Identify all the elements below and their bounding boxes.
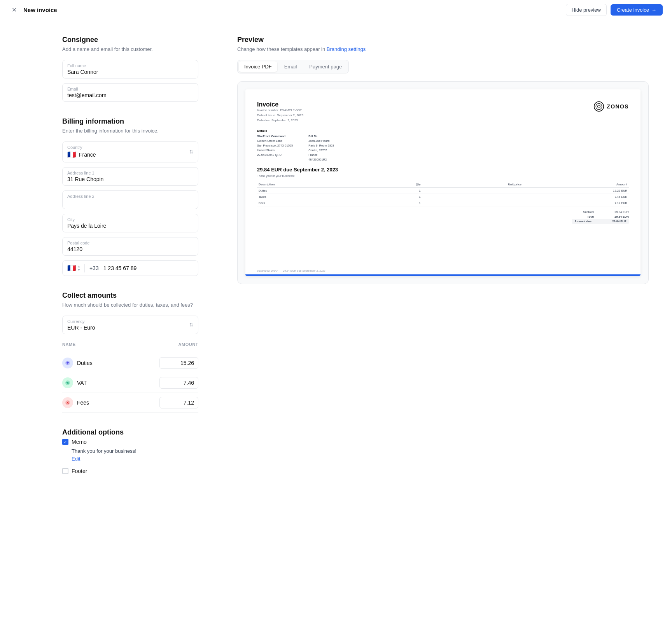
address2-input[interactable] [67, 199, 193, 206]
amount-due-row: Amount due 29.84 EUR [572, 219, 629, 224]
invoice-meta: Invoice number EXAMPLE-0001 Date of issu… [257, 108, 303, 123]
duties-desc: Duties [257, 188, 374, 194]
country-input[interactable] [79, 152, 193, 158]
svg-point-5 [596, 103, 602, 110]
invoice-title: Invoice [257, 101, 303, 108]
bill-from-phone: 22-54343643 QRU [257, 153, 293, 157]
invoice-subtotals: Subtotal 29.84 EUR Total 29.84 EUR Amoun… [257, 209, 629, 224]
amounts-table: NAME AMOUNT Duties [62, 339, 198, 413]
phone-flag-section[interactable]: 🇫🇷 ▲ ▼ [67, 264, 85, 272]
total-value: 29.84 EUR [606, 215, 629, 218]
memo-text: Thank you for your business! [72, 448, 198, 454]
preview-header: Preview Change how these templates appea… [237, 36, 649, 52]
bill-from-country: United States [257, 148, 293, 153]
vat-name: % VAT [62, 377, 87, 388]
consignee-desc: Add a name and email for this customer. [62, 46, 198, 52]
duties-name: Duties [62, 358, 93, 368]
billing-section: Billing information Enter the billing in… [62, 117, 198, 276]
postal-input[interactable] [67, 246, 193, 252]
country-select-row: 🇫🇷 [67, 150, 193, 159]
fees-row: Fees [62, 393, 198, 413]
invoice-due-label: Date due [257, 119, 270, 122]
phone-input[interactable] [103, 265, 193, 271]
fees-label: Fees [77, 400, 89, 406]
invoice-doc-footer: 55A6059D-DRAFT – 29.84 EUR due September… [257, 269, 326, 272]
country-wrapper[interactable]: Country 🇫🇷 ⇅ [62, 141, 198, 162]
main-content: Consignee Add a name and email for this … [0, 20, 672, 521]
invoice-preview-container: Invoice Invoice number EXAMPLE-0001 Date… [237, 81, 649, 284]
taxes-qty: 1 [374, 194, 422, 200]
address1-input[interactable] [67, 176, 193, 182]
bill-from-col: StorFront Command Golden Street Lane San… [257, 134, 293, 162]
address1-group: Address line 1 [62, 167, 198, 186]
duties-amount-input[interactable] [159, 357, 198, 369]
country-group: Country 🇫🇷 ⇅ [62, 141, 198, 162]
taxes-amount: 7.46 EUR [523, 194, 629, 200]
address1-wrapper: Address line 1 [62, 167, 198, 186]
subtotal-label: Subtotal [583, 210, 594, 214]
currency-input[interactable] [67, 325, 193, 331]
phone-wrapper: 🇫🇷 ▲ ▼ +33 [62, 260, 198, 276]
footer-checkbox[interactable] [62, 468, 68, 474]
amounts-header: NAME AMOUNT [62, 339, 198, 350]
amount-due-value: 29.84 EUR [603, 220, 626, 223]
tab-invoice-pdf[interactable]: Invoice PDF [239, 61, 277, 72]
additional-title: Additional options [62, 428, 198, 436]
invoice-issue-label: Date of issue [257, 113, 275, 117]
email-input[interactable] [67, 92, 193, 98]
branding-settings-link[interactable]: Branding settings [327, 46, 366, 52]
invoice-issue-line: Date of issue September 2, 2023 [257, 113, 303, 118]
memo-checkbox[interactable]: ✓ [62, 439, 68, 445]
invoice-doc-header: Invoice Invoice number EXAMPLE-0001 Date… [257, 101, 629, 123]
invoice-details-cols: StorFront Command Golden Street Lane San… [257, 134, 629, 162]
bill-to-phone: 484230001R2 [308, 157, 334, 162]
collect-section: Collect amounts How much should be colle… [62, 291, 198, 413]
preview-desc: Change how these templates appear in Bra… [237, 46, 649, 52]
vat-amount-input[interactable] [159, 377, 198, 389]
invoice-number-value: EXAMPLE-0001 [280, 108, 303, 112]
svg-point-4 [594, 102, 604, 112]
collect-desc: How much should be collected for duties,… [62, 302, 198, 308]
preview-title: Preview [237, 36, 649, 44]
topbar: ✕ New invoice Hide preview Create invoic… [0, 0, 672, 20]
checkmark-icon: ✓ [64, 440, 67, 444]
topbar-left: ✕ New invoice [9, 5, 57, 15]
duties-icon [62, 358, 73, 368]
hide-preview-button[interactable]: Hide preview [566, 4, 607, 16]
create-invoice-label: Create invoice [617, 7, 649, 13]
invoice-total-line: 29.84 EUR due September 2, 2023 [257, 167, 629, 173]
invoice-thank-you: Thank you for your business! [257, 174, 629, 178]
name-header: NAME [62, 342, 76, 347]
bill-to-city: Centre, 87762 [308, 148, 334, 153]
currency-wrapper[interactable]: Currency ⇅ [62, 316, 198, 334]
phone-flag-icon: 🇫🇷 [67, 264, 76, 272]
tab-payment-page[interactable]: Payment page [304, 61, 347, 72]
invoice-due-line: Date due September 2, 2023 [257, 118, 303, 123]
billing-title: Billing information [62, 117, 198, 126]
invoice-logo: ZONOS [593, 101, 629, 112]
invoice-footer-bar [245, 274, 640, 276]
full-name-input[interactable] [67, 69, 193, 75]
address2-label: Address line 2 [67, 194, 193, 199]
fees-amount-input[interactable] [159, 397, 198, 408]
zonos-logo-icon [593, 101, 604, 112]
billing-desc: Enter the billing information for this i… [62, 128, 198, 134]
memo-edit-link[interactable]: Edit [72, 456, 80, 462]
memo-row: ✓ Memo [62, 439, 198, 445]
close-button[interactable]: ✕ [9, 5, 19, 15]
qty-col-header: Qty [374, 182, 422, 188]
postal-wrapper: Postal code [62, 237, 198, 256]
invoice-left-header: Invoice Invoice number EXAMPLE-0001 Date… [257, 101, 303, 123]
bill-to-country: France [308, 153, 334, 157]
city-input[interactable] [67, 223, 193, 229]
invoice-number-line: Invoice number EXAMPLE-0001 [257, 108, 303, 113]
tab-email[interactable]: Email [279, 61, 303, 72]
city-label: City [67, 217, 193, 222]
create-invoice-button[interactable]: Create invoice → [611, 4, 663, 16]
postal-group: Postal code [62, 237, 198, 256]
left-panel: Consignee Add a name and email for this … [0, 20, 222, 521]
phone-group: 🇫🇷 ▲ ▼ +33 [62, 260, 198, 276]
topbar-right: Hide preview Create invoice → [566, 4, 663, 16]
fees-unit [422, 200, 523, 206]
taxes-desc: Taxes [257, 194, 374, 200]
